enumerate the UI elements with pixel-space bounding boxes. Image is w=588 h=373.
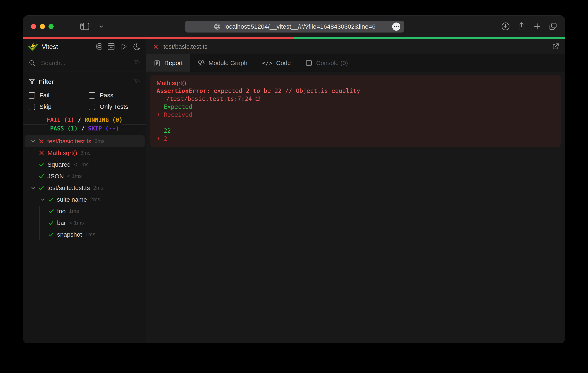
- stack-trace-link[interactable]: - /test/basic.test.ts:7:24: [157, 95, 555, 103]
- tab-report[interactable]: Report: [146, 54, 190, 72]
- tab-console[interactable]: Console (0): [298, 54, 355, 72]
- tree-row[interactable]: test/suite.test.ts2ms: [25, 182, 145, 194]
- search-row: Search...: [23, 54, 146, 72]
- only-tests-checkbox[interactable]: [89, 104, 95, 110]
- filter-option-fail[interactable]: Fail: [29, 90, 89, 101]
- test-label: test/basic.test.ts: [47, 138, 91, 145]
- summary-line-2: PASS (1) / SKIP (--): [48, 124, 122, 133]
- clear-filter-icon[interactable]: [134, 78, 141, 85]
- test-duration: 2ms: [90, 196, 100, 203]
- check-icon: [38, 162, 45, 168]
- test-progress-bar: [23, 37, 565, 39]
- failed-test-title: Math.sqrt(): [157, 79, 555, 87]
- tree-row[interactable]: bar< 1ms: [25, 217, 145, 229]
- test-duration: 3ms: [80, 150, 90, 156]
- test-duration: < 1ms: [69, 220, 84, 226]
- traffic-lights: [31, 24, 54, 29]
- close-window-button[interactable]: [31, 24, 36, 29]
- sidebar-actions: [95, 43, 140, 50]
- pass-checkbox[interactable]: [89, 92, 95, 99]
- tree-row[interactable]: snapshot1ms: [25, 229, 145, 240]
- address-bar[interactable]: localhost:51204/__vitest__/#/?file=16484…: [185, 21, 404, 32]
- tree-row[interactable]: foo1ms: [25, 205, 145, 217]
- tab-code[interactable]: </> Code: [255, 54, 298, 72]
- report-view: Math.sqrt() AssertionError: expected 2 t…: [146, 72, 565, 343]
- run-all-icon[interactable]: [120, 43, 127, 50]
- test-duration: 1ms: [69, 208, 79, 214]
- zoom-window-button[interactable]: [49, 24, 54, 29]
- tree-row[interactable]: suite name2ms: [25, 194, 145, 205]
- filter-option-pass[interactable]: Pass: [89, 90, 141, 101]
- dark-mode-toggle-icon[interactable]: [133, 43, 140, 50]
- tab-module-graph[interactable]: Module Graph: [190, 54, 255, 72]
- chevron-down-icon[interactable]: [28, 185, 38, 191]
- test-label: JSON: [47, 173, 64, 180]
- error-report-panel: Math.sqrt() AssertionError: expected 2 t…: [150, 75, 561, 147]
- report-icon: [154, 60, 161, 66]
- tree-indent-guide: [30, 147, 30, 182]
- module-graph-icon: [198, 59, 205, 67]
- tree-row[interactable]: Math.sqrt()3ms: [25, 147, 145, 159]
- diff-blank-line: [157, 119, 555, 127]
- skip-checkbox[interactable]: [29, 104, 35, 110]
- error-message-line: AssertionError: expected 2 to be 22 // O…: [157, 87, 555, 95]
- filter-title: Filter: [39, 78, 134, 85]
- share-icon[interactable]: [517, 22, 526, 31]
- tab-group-chevron-icon[interactable]: [99, 24, 104, 29]
- search-input[interactable]: Search...: [41, 60, 134, 66]
- tree-indent-guide: [30, 195, 30, 240]
- test-duration: 3ms: [94, 138, 105, 144]
- dashboard-icon[interactable]: [107, 43, 115, 50]
- check-icon: [48, 231, 55, 238]
- file-header: test/basic.test.ts: [146, 39, 565, 54]
- check-icon: [38, 173, 45, 179]
- tree-row[interactable]: test/basic.test.ts3ms: [25, 135, 145, 147]
- new-tab-icon[interactable]: [533, 22, 541, 31]
- open-in-editor-icon[interactable]: [552, 43, 559, 51]
- x-icon: [152, 44, 159, 50]
- url-text: localhost:51204/__vitest__/#/?file=16484…: [224, 23, 375, 30]
- progress-pass-segment: [294, 37, 565, 39]
- filter-option-only-tests[interactable]: Only Tests: [89, 101, 141, 113]
- desktop-background: localhost:51204/__vitest__/#/?file=16484…: [0, 0, 588, 373]
- tab-overview-icon[interactable]: [549, 22, 557, 31]
- progress-fail-segment: [23, 37, 294, 39]
- vitest-logo-icon: [28, 41, 39, 52]
- chevron-down-icon[interactable]: [28, 139, 38, 144]
- browser-titlebar: localhost:51204/__vitest__/#/?file=16484…: [23, 16, 565, 37]
- diff-expected-value: - 22: [157, 127, 555, 135]
- globe-icon: [214, 23, 221, 30]
- test-label: snapshot: [57, 231, 82, 238]
- check-icon: [47, 197, 54, 203]
- tree-row[interactable]: JSON< 1ms: [25, 170, 145, 182]
- x-icon: [38, 150, 45, 156]
- filter-option-skip[interactable]: Skip: [29, 101, 89, 113]
- downloads-icon[interactable]: [501, 22, 510, 31]
- app-title: Vitest: [42, 43, 95, 51]
- test-duration: 1ms: [85, 231, 95, 238]
- sidebar: Vitest: [23, 39, 146, 343]
- filter-section: Filter Fail: [23, 72, 146, 113]
- diff-expected-label: - Expected: [157, 103, 555, 111]
- chevron-down-icon[interactable]: [38, 197, 47, 202]
- sidebar-toggle-icon[interactable]: [80, 22, 89, 30]
- diff-received-value: + 2: [157, 135, 555, 143]
- test-label: Squared: [47, 161, 71, 168]
- test-duration: 2ms: [93, 185, 103, 191]
- tree-view-icon[interactable]: [95, 43, 102, 50]
- fail-checkbox[interactable]: [29, 92, 35, 99]
- minimize-window-button[interactable]: [40, 24, 45, 29]
- test-duration: < 1ms: [74, 161, 89, 168]
- page-settings-ellipsis-button[interactable]: [392, 22, 400, 31]
- check-icon: [38, 185, 45, 191]
- tree-indent-guide: [39, 206, 40, 240]
- filter-icon: [29, 79, 35, 85]
- tree-row[interactable]: Squared< 1ms: [25, 159, 145, 170]
- summary-line-1: FAIL (1) / RUNNING (0): [44, 116, 125, 124]
- clear-search-icon[interactable]: [134, 60, 141, 66]
- test-label: bar: [57, 219, 66, 226]
- browser-window: localhost:51204/__vitest__/#/?file=16484…: [23, 16, 565, 343]
- test-summary: FAIL (1) / RUNNING (0) PASS (1) / SKIP (…: [23, 115, 146, 134]
- code-icon: </>: [262, 60, 273, 66]
- external-link-icon: [255, 96, 261, 102]
